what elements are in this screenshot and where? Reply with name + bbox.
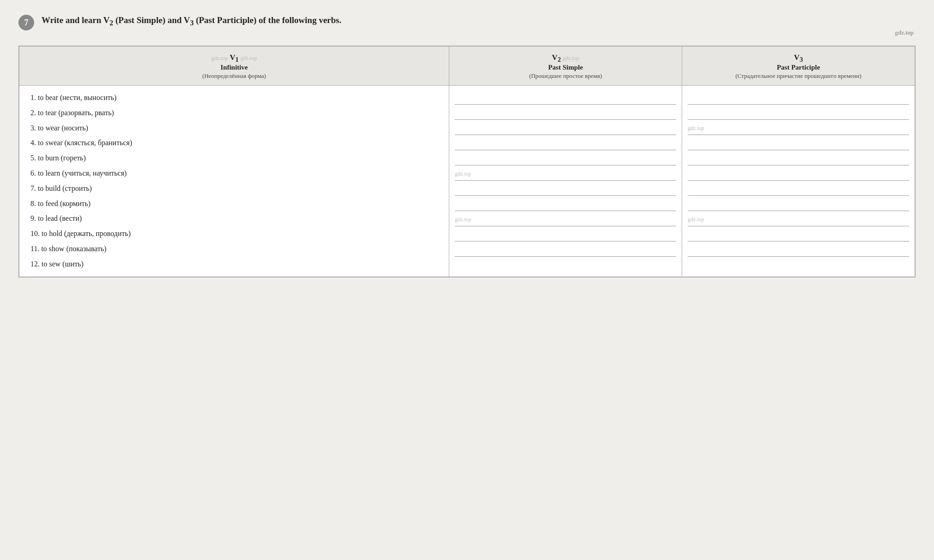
v2-line-9[interactable]: gdz.top xyxy=(455,211,676,226)
exercise-number: 7 xyxy=(18,15,34,30)
table-header-row: gdz.top V1 gdz.top Infinitive (Неопредел… xyxy=(19,46,915,85)
list-item: 11. to show (показывать) xyxy=(30,242,440,257)
col3-title: V3 xyxy=(794,53,803,62)
list-item: 5. to burn (гореть) xyxy=(30,151,440,166)
watermark-header: gdz.top xyxy=(42,29,916,37)
col2-title: V2 xyxy=(552,53,561,62)
col1-subtitle-en: Infinitive xyxy=(24,64,444,71)
v3-line-8[interactable] xyxy=(688,196,909,211)
v2-line-2[interactable] xyxy=(455,105,676,120)
list-item: 2. to tear (разорвать, рвать) xyxy=(30,106,440,121)
list-item: 1. to bear (нести, выносить) xyxy=(30,90,440,106)
v2-answer-lines: gdz.top gdz.top xyxy=(449,86,682,276)
v3-answer-lines: gdz.top gdz.top xyxy=(682,86,915,276)
col1-header: gdz.top V1 gdz.top Infinitive (Неопредел… xyxy=(19,46,449,85)
list-item: 6. to learn (учиться, научиться) xyxy=(30,166,440,181)
list-item: 9. to lead (вести) xyxy=(30,211,440,226)
col2-subtitle-ru: (Прошедшее простое время) xyxy=(454,72,677,80)
v3-line-5[interactable] xyxy=(688,150,909,165)
col2-header: V2 gdz.top Past Simple (Прошедшее просто… xyxy=(449,46,682,85)
watermark-v3-top: gdz.top xyxy=(688,124,704,134)
col3-subtitle-ru: (Страдательное причастие прошедшего врем… xyxy=(687,72,910,80)
v3-line-10[interactable] xyxy=(688,226,909,242)
col1-title: V1 xyxy=(230,53,238,62)
v3-answers-column: gdz.top gdz.top xyxy=(682,85,915,277)
verbs-column: 1. to bear (нести, выносить)2. to tear (… xyxy=(19,85,449,277)
v3-line-6[interactable] xyxy=(688,165,909,181)
watermark-col1-right: gdz.top xyxy=(240,55,257,61)
v2-line-12[interactable] xyxy=(455,257,676,272)
list-item: 12. to sew (шить) xyxy=(30,257,440,272)
v3-line-2[interactable] xyxy=(688,105,909,120)
exercise-table-wrapper: gdz.top V1 gdz.top Infinitive (Неопредел… xyxy=(18,46,916,277)
v2-line-11[interactable] xyxy=(455,242,676,257)
list-item: 4. to swear (клясться, браниться) xyxy=(30,136,440,151)
col2-subtitle-en: Past Simple xyxy=(454,64,677,71)
v2-line-7[interactable] xyxy=(455,181,676,196)
v2-line-6[interactable]: gdz.top xyxy=(455,165,676,181)
col3-header: V3 Past Participle (Страдательное причас… xyxy=(682,46,915,85)
v2-line-1[interactable] xyxy=(455,89,676,105)
watermark-col2: gdz.top xyxy=(563,55,579,61)
verb-list: 1. to bear (нести, выносить)2. to tear (… xyxy=(30,90,440,272)
v2-line-3[interactable] xyxy=(455,120,676,135)
v2-line-5[interactable] xyxy=(455,150,676,165)
v3-line-11[interactable] xyxy=(688,242,909,257)
table-body-row: 1. to bear (нести, выносить)2. to tear (… xyxy=(19,85,915,277)
watermark-v3-bot: gdz.top xyxy=(688,215,704,225)
exercise-instruction: Write and learn V2 (Past Simple) and V3 … xyxy=(42,14,916,37)
v3-line-1[interactable] xyxy=(688,89,909,105)
exercise-header: 7 Write and learn V2 (Past Simple) and V… xyxy=(18,14,916,37)
verbs-table: gdz.top V1 gdz.top Infinitive (Неопредел… xyxy=(19,46,915,277)
watermark-v2-bot: gdz.top xyxy=(455,215,471,225)
v3-line-7[interactable] xyxy=(688,181,909,196)
v2-line-10[interactable] xyxy=(455,226,676,242)
list-item: 10. to hold (держать, проводить) xyxy=(30,226,440,242)
watermark-v2-mid: gdz.top xyxy=(455,170,471,179)
v3-line-9[interactable]: gdz.top xyxy=(688,211,909,226)
list-item: 8. to feed (кормить) xyxy=(30,196,440,212)
col3-subtitle-en: Past Participle xyxy=(687,64,910,71)
watermark-col1-left: gdz.top xyxy=(211,55,228,61)
v2-line-4[interactable] xyxy=(455,135,676,150)
v2-answers-column: gdz.top gdz.top xyxy=(449,85,682,277)
v3-line-12[interactable] xyxy=(688,257,909,272)
list-item: 7. to build (строить) xyxy=(30,181,440,196)
list-item: 3. to wear (носить) xyxy=(30,121,440,136)
col1-subtitle-ru: (Неопределённая форма) xyxy=(24,72,444,80)
v3-line-4[interactable] xyxy=(688,135,909,150)
v3-line-3[interactable]: gdz.top xyxy=(688,120,909,135)
v2-line-8[interactable] xyxy=(455,196,676,211)
